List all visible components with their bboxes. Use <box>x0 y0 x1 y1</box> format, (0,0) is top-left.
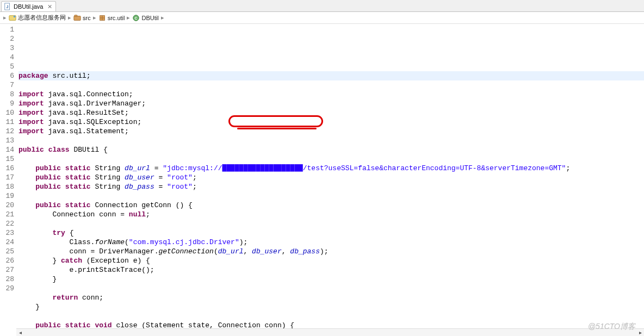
code-line[interactable] <box>18 80 644 90</box>
code-line[interactable] <box>18 312 644 321</box>
code-line[interactable] <box>18 219 644 228</box>
breadcrumb-package[interactable]: src.util <box>98 14 125 22</box>
line-number: 12 <box>0 127 18 136</box>
chevron-right-icon: ▸ <box>2 14 8 21</box>
close-icon[interactable]: ⨯ <box>47 3 52 10</box>
line-number: 5 <box>0 62 18 71</box>
code-line[interactable] <box>18 191 644 201</box>
code-line[interactable]: package src.util; <box>18 71 644 80</box>
line-number: 28 <box>0 275 18 284</box>
chevron-right-icon: ▸ <box>160 14 165 21</box>
line-number: 23 <box>0 228 18 238</box>
line-number: 25 <box>0 247 18 256</box>
code-line[interactable]: try { <box>18 228 644 238</box>
code-line[interactable]: import java.sql.DriverManager; <box>18 99 644 108</box>
code-line[interactable]: public static String db_url = "jdbc:mysq… <box>18 164 644 173</box>
chevron-right-icon: ▸ <box>67 14 72 21</box>
line-number: 19 <box>0 191 18 201</box>
line-number: 7 <box>0 80 18 90</box>
scroll-right-arrow-icon[interactable]: ▸ <box>636 329 644 337</box>
code-area[interactable]: package src.util; import java.sql.Connec… <box>18 24 644 328</box>
editor-tab-active[interactable]: J DBUtil.java ⨯ <box>1 1 56 11</box>
horizontal-scrollbar[interactable]: ◂ ▸ <box>16 328 644 336</box>
line-number: 24 <box>0 238 18 247</box>
svg-text:J: J <box>6 5 8 9</box>
code-line[interactable]: import java.sql.Connection; <box>18 90 644 99</box>
svg-text:C: C <box>135 16 138 20</box>
line-number-gutter: 1234567891011121314151617181920212223242… <box>0 24 18 328</box>
line-number: 11 <box>0 117 18 127</box>
line-number: 9 <box>0 99 18 108</box>
code-line[interactable] <box>18 136 644 145</box>
scroll-left-arrow-icon[interactable]: ◂ <box>16 329 24 337</box>
editor-tab-filename: DBUtil.java <box>14 3 43 10</box>
code-line[interactable]: Connection conn = null; <box>18 210 644 219</box>
code-line[interactable]: Class.forName("com.mysql.cj.jdbc.Driver"… <box>18 238 644 247</box>
code-line[interactable]: public static Connection getConn () { <box>18 201 644 210</box>
line-number: 4 <box>0 53 18 62</box>
line-number: 14 <box>0 145 18 154</box>
line-number: 15 <box>0 154 18 164</box>
source-folder-icon <box>73 14 81 22</box>
breadcrumb-class[interactable]: C DBUtil <box>132 14 158 22</box>
line-number: 22 <box>0 219 18 228</box>
code-line[interactable]: import java.sql.SQLException; <box>18 117 644 127</box>
line-number: 20 <box>0 201 18 210</box>
line-number: 8 <box>0 90 18 99</box>
editor-tab-bar: J DBUtil.java ⨯ <box>0 0 644 12</box>
svg-point-3 <box>14 15 16 17</box>
java-file-icon: J <box>4 3 11 10</box>
line-number: 1 <box>0 25 18 34</box>
line-number: 27 <box>0 265 18 275</box>
code-line[interactable]: conn = DriverManager.getConnection(db_ur… <box>18 247 644 256</box>
breadcrumb: ▸ 志愿者信息服务网 ▸ src ▸ src.util ▸ C DBUtil ▸ <box>0 12 644 24</box>
code-line[interactable]: public class DBUtil { <box>18 145 644 154</box>
line-number: 21 <box>0 210 18 219</box>
code-editor[interactable]: 1234567891011121314151617181920212223242… <box>0 24 644 328</box>
code-line[interactable] <box>18 154 644 164</box>
code-line[interactable]: e.printStackTrace(); <box>18 265 644 275</box>
code-line[interactable]: } <box>18 302 644 312</box>
code-line[interactable]: import java.sql.ResultSet; <box>18 108 644 117</box>
line-number: 29 <box>0 284 18 293</box>
breadcrumb-src-folder[interactable]: src <box>73 14 91 22</box>
project-icon <box>9 14 16 22</box>
code-line[interactable]: public static String db_pass = "root"; <box>18 182 644 191</box>
line-number: 6 <box>0 71 18 80</box>
line-number: 18 <box>0 182 18 191</box>
line-number: 16 <box>0 164 18 173</box>
code-line[interactable] <box>18 284 644 293</box>
svg-rect-5 <box>75 15 77 16</box>
code-line[interactable]: import java.sql.Statement; <box>18 127 644 136</box>
breadcrumb-project[interactable]: 志愿者信息服务网 <box>9 14 66 22</box>
class-icon: C <box>132 14 140 22</box>
line-number: 17 <box>0 173 18 182</box>
package-icon <box>98 14 106 22</box>
code-line[interactable]: public static String db_user = "root"; <box>18 173 644 182</box>
line-number: 13 <box>0 136 18 145</box>
line-number: 26 <box>0 256 18 265</box>
chevron-right-icon: ▸ <box>126 14 131 21</box>
chevron-right-icon: ▸ <box>92 14 97 21</box>
code-line[interactable]: } <box>18 275 644 284</box>
line-number: 2 <box>0 34 18 43</box>
line-number: 3 <box>0 43 18 53</box>
code-line[interactable]: return conn; <box>18 293 644 302</box>
code-line[interactable]: } catch (Exception e) { <box>18 256 644 265</box>
line-number: 10 <box>0 108 18 117</box>
